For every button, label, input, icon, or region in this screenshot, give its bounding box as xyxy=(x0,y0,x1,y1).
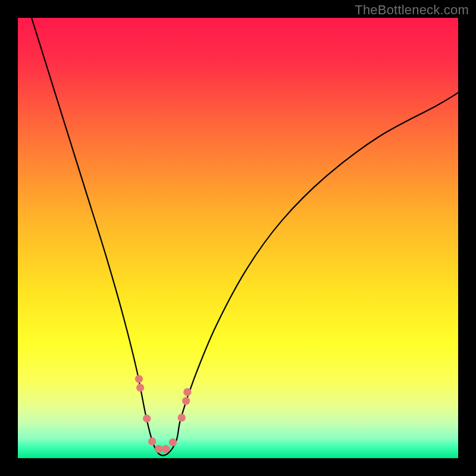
trough-marker xyxy=(148,437,156,445)
trough-marker xyxy=(155,445,162,453)
trough-markers xyxy=(135,375,192,453)
watermark-text: TheBottleneck.com xyxy=(355,2,469,18)
trough-marker xyxy=(183,388,191,396)
trough-marker xyxy=(169,439,177,446)
trough-marker xyxy=(178,414,186,421)
trough-marker xyxy=(135,375,143,383)
chart-frame: TheBottleneck.com xyxy=(0,0,476,476)
trough-marker xyxy=(162,445,170,453)
trough-marker xyxy=(136,384,144,392)
bottleneck-curve xyxy=(18,18,458,455)
trough-marker xyxy=(182,397,190,405)
curve-layer xyxy=(18,18,458,458)
plot-area xyxy=(18,18,458,458)
trough-marker xyxy=(143,415,151,422)
